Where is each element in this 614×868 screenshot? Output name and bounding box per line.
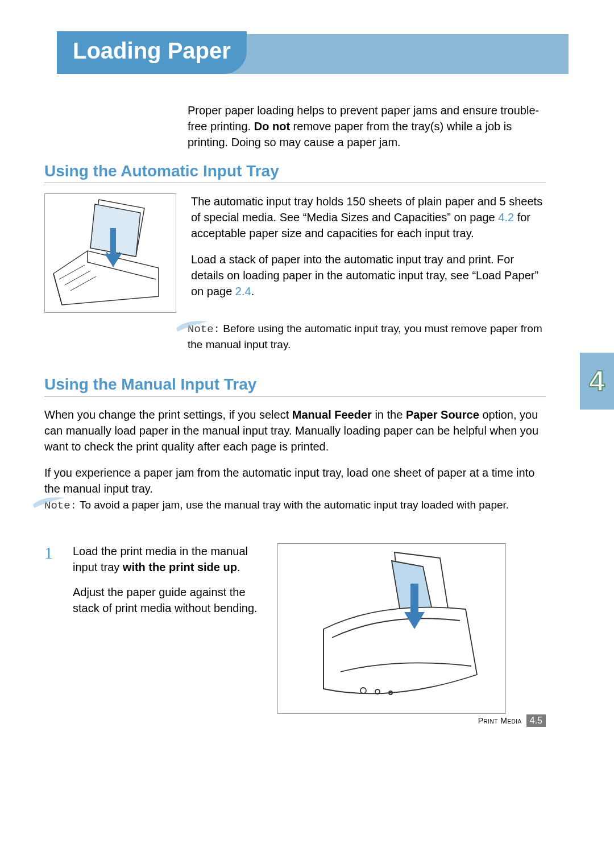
s2p1-bold2: Paper Source xyxy=(406,408,479,421)
section2-p1: When you change the print settings, if y… xyxy=(44,407,546,454)
svg-rect-2 xyxy=(110,228,116,257)
s2p1-mid: in the xyxy=(372,408,406,421)
step1-p1: Load the print media in the manual input… xyxy=(73,543,260,575)
page-title: Loading Paper xyxy=(57,31,247,74)
note-text: Before using the automatic input tray, y… xyxy=(188,323,542,350)
s1p1-pre: The automatic input tray holds 150 sheet… xyxy=(191,195,542,224)
heading-automatic-tray: Using the Automatic Input Tray xyxy=(44,162,546,183)
footer-page-number: 4.5 xyxy=(526,714,546,727)
note-label: Note: xyxy=(188,323,220,336)
step1-p1-bold: with the print side up xyxy=(123,561,237,573)
s1p2-post: . xyxy=(251,285,255,297)
step1-p2: Adjust the paper guide against the stack… xyxy=(73,584,260,616)
intro-paragraph: Proper paper loading helps to prevent pa… xyxy=(188,102,546,150)
section-automatic-tray: Using the Automatic Input Tray xyxy=(44,162,546,313)
note-manual-tray: Note: To avoid a paper jam, use the manu… xyxy=(44,498,546,514)
intro-bold: Do not xyxy=(254,120,290,133)
step1-p1-post: . xyxy=(237,561,240,573)
printer-illustration-manual-tray xyxy=(277,543,506,714)
section1-p2: Load a stack of paper into the automatic… xyxy=(191,251,546,299)
svg-rect-9 xyxy=(410,584,418,615)
page-ref-2-4[interactable]: 2.4 xyxy=(235,285,251,297)
section-manual-tray: Using the Manual Input Tray When you cha… xyxy=(44,375,546,507)
chapter-number: 4 xyxy=(589,365,605,398)
heading-manual-tray: Using the Manual Input Tray xyxy=(44,375,546,396)
step-number: 1 xyxy=(44,543,56,714)
s2p1-pre: When you change the print settings, if y… xyxy=(44,408,292,421)
page-footer: Print Media 4.5 xyxy=(478,714,546,727)
note-text: To avoid a paper jam, use the manual tra… xyxy=(77,499,509,511)
svg-marker-3 xyxy=(105,254,122,267)
note-automatic-tray: Note: Before using the automatic input t… xyxy=(188,321,546,352)
chapter-side-tab: 4 xyxy=(580,353,614,410)
section1-p1: The automatic input tray holds 150 sheet… xyxy=(191,193,546,241)
page-ref-4-2[interactable]: 4.2 xyxy=(498,211,514,224)
printer-illustration-auto-tray xyxy=(44,193,176,313)
s2p1-bold1: Manual Feeder xyxy=(292,408,372,421)
note-label: Note: xyxy=(44,499,77,512)
section2-p2: If you experience a paper jam from the a… xyxy=(44,465,546,497)
footer-section-label: Print Media xyxy=(478,716,522,725)
step-1: 1 Load the print media in the manual inp… xyxy=(44,543,546,714)
